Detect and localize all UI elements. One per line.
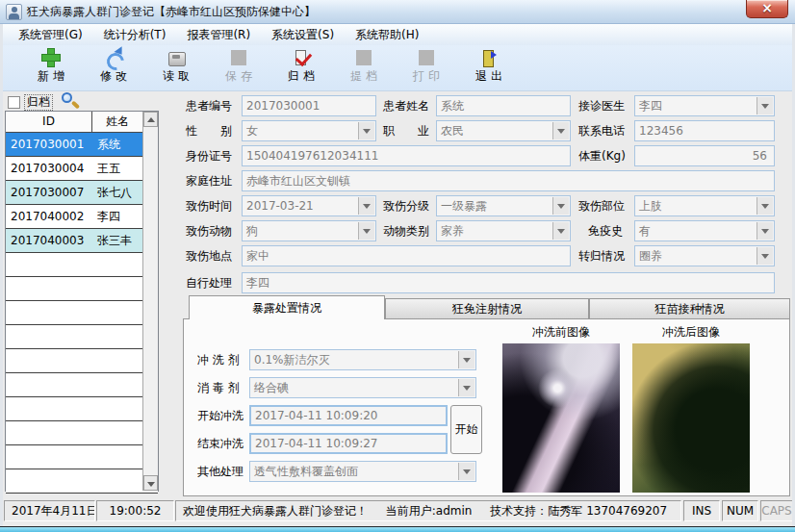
status-bar: 2017年4月11日 19:00:52 欢迎使用狂犬病暴露人群门诊登记！ 当前用…	[3, 498, 792, 526]
address-label: 家庭住址	[186, 170, 232, 191]
chevron-down-icon[interactable]	[458, 351, 474, 368]
chevron-down-icon[interactable]	[358, 197, 374, 215]
new-button[interactable]: 新 增	[23, 47, 79, 89]
modify-button-label: 修 改	[100, 68, 127, 85]
read-button[interactable]: 读 取	[148, 47, 204, 89]
archive-checkbox[interactable]	[8, 96, 20, 109]
address-field[interactable]: 赤峰市红山区文钏镇	[242, 170, 775, 191]
app-icon	[6, 4, 22, 20]
injury-part-label: 致伤部位	[578, 195, 625, 216]
animal-type-label: 动物类别	[383, 220, 429, 241]
archive-button[interactable]: 归 档	[273, 47, 329, 89]
weight-field[interactable]: 56	[634, 145, 775, 166]
add-icon	[41, 48, 61, 67]
exit-button-label: 退 出	[475, 68, 502, 85]
window-border-left	[0, 24, 3, 526]
menu-item-statistics[interactable]: 统计分析(T)	[93, 24, 177, 45]
read-icon	[167, 48, 186, 67]
menu-item-system-manage[interactable]: 系统管理(G)	[8, 24, 93, 45]
chevron-down-icon[interactable]	[552, 122, 569, 139]
chevron-down-icon[interactable]	[458, 379, 474, 396]
chevron-down-icon[interactable]	[552, 222, 569, 240]
occupation-select[interactable]: 农民	[436, 120, 571, 141]
column-header-name: 姓名	[92, 112, 142, 132]
list-empty-row	[6, 445, 158, 469]
phone-label: 联系电话	[578, 120, 625, 141]
chevron-down-icon[interactable]	[757, 222, 773, 240]
doctor-select[interactable]: 李四	[634, 95, 775, 116]
disinfectant-select[interactable]: 络合碘	[249, 377, 476, 398]
immunity-select[interactable]: 有	[634, 220, 775, 241]
chevron-down-icon[interactable]	[552, 197, 569, 215]
support-contact: 技术支持：陆秀军 13704769207	[490, 504, 667, 518]
tab-vaccine-inoculation[interactable]: 狂苗接种情况	[589, 298, 790, 319]
gender-select[interactable]: 女	[242, 120, 376, 141]
patient-name-label: 患者姓名	[383, 95, 429, 116]
modify-button[interactable]: 修 改	[86, 47, 141, 89]
table-row[interactable]: 2017040003 张三丰	[6, 229, 158, 253]
menu-bar: 系统管理(G) 统计分析(T) 报表管理(R) 系统设置(S) 系统帮助(H)	[3, 24, 792, 45]
table-row[interactable]: 2017040002 李四	[6, 205, 158, 229]
rinse-end-field[interactable]: 2017-04-11 10:09:27	[249, 433, 448, 454]
app-window: 狂犬病暴露人群门诊登记【赤峰市红山区预防保健中心】 × 系统管理(G) 统计分析…	[0, 0, 795, 532]
menu-item-help[interactable]: 系统帮助(H)	[345, 24, 429, 45]
rinse-agent-select[interactable]: 0.1%新洁尔灭	[249, 349, 476, 370]
injury-animal-label: 致伤动物	[186, 220, 232, 241]
chevron-down-icon[interactable]	[358, 122, 374, 139]
weight-label: 体重(Kg)	[578, 145, 626, 166]
injury-place-field[interactable]: 家中	[242, 245, 571, 266]
self-treatment-field[interactable]: 李四	[242, 272, 775, 293]
before-image-caption: 冲洗前图像	[502, 324, 620, 340]
list-empty-row	[6, 325, 158, 349]
animal-type-select[interactable]: 家养	[436, 220, 571, 241]
save-button: 保 存	[211, 47, 267, 89]
read-button-label: 读 取	[163, 68, 190, 85]
scroll-up-icon[interactable]	[143, 112, 158, 127]
chevron-down-icon[interactable]	[358, 222, 374, 240]
menu-item-reports[interactable]: 报表管理(R)	[176, 24, 261, 45]
phone-field[interactable]: 123456	[634, 120, 775, 141]
print-button-label: 打 印	[413, 68, 440, 85]
archive-checkbox-label[interactable]: 归档	[24, 94, 53, 111]
close-button[interactable]: ×	[746, 0, 788, 18]
rinse-start-field[interactable]: 2017-04-11 10:09:20	[249, 405, 448, 426]
exit-button[interactable]: 退 出	[461, 47, 517, 89]
patient-name-field[interactable]: 系统	[436, 95, 571, 116]
doctor-label: 接诊医生	[578, 95, 625, 116]
patient-no-label: 患者编号	[186, 95, 232, 116]
patient-no-field[interactable]: 2017030001	[242, 95, 376, 116]
other-treatment-select[interactable]: 透气性敷料覆盖创面	[249, 461, 476, 482]
injury-animal-select[interactable]: 狗	[242, 220, 376, 241]
rinse-agent-label: 冲 洗 剂	[197, 349, 240, 370]
outcome-select[interactable]: 圈养	[634, 245, 775, 266]
table-row[interactable]: 2017030004 王五	[6, 157, 158, 181]
list-scrollbar[interactable]	[142, 112, 158, 491]
chevron-down-icon[interactable]	[757, 97, 773, 114]
immunity-label: 免疫史	[588, 220, 623, 241]
print-icon	[417, 48, 436, 67]
tab-immunoglobulin-injection[interactable]: 狂免注射情况	[385, 298, 589, 319]
occupation-label: 职 业	[383, 120, 429, 141]
chevron-down-icon[interactable]	[757, 247, 773, 265]
menu-item-settings[interactable]: 系统设置(S)	[261, 24, 345, 45]
new-button-label: 新 增	[38, 68, 64, 85]
search-button[interactable]	[60, 91, 83, 111]
id-card-field[interactable]: 150404197612034111	[242, 145, 571, 166]
chevron-down-icon[interactable]	[757, 197, 773, 215]
tab-exposure-treatment[interactable]: 暴露处置情况	[189, 295, 385, 319]
retrieve-icon	[354, 48, 373, 67]
rinse-end-label: 结束冲洗	[197, 433, 244, 454]
table-row[interactable]: 2017030001 系统	[6, 133, 158, 157]
other-treatment-label: 其他处理	[197, 461, 244, 482]
injury-time-select[interactable]: 2017-03-21	[242, 195, 376, 216]
start-rinse-button[interactable]: 开始	[450, 405, 482, 454]
injury-grade-select[interactable]: 一级暴露	[436, 195, 571, 216]
after-rinse-photo	[632, 343, 750, 493]
archive-button-label: 归 档	[288, 68, 315, 85]
scroll-down-icon[interactable]	[143, 475, 158, 491]
gender-label: 性 别	[186, 120, 232, 141]
injury-part-select[interactable]: 上肢	[634, 195, 775, 216]
status-num: NUM	[722, 500, 758, 521]
chevron-down-icon[interactable]	[458, 463, 474, 480]
table-row[interactable]: 2017030007 张七八	[6, 181, 158, 205]
